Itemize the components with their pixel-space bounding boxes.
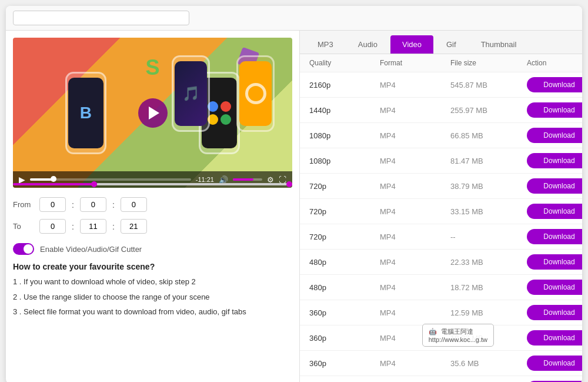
download-button[interactable]: Download [527,128,582,143]
to-hours[interactable] [39,219,66,234]
dot-green [220,114,231,125]
col-size: 22.33 MB [450,258,527,267]
table-row: 360pMP412.59 MBDownload [300,300,582,325]
table-row: 360pMP410.33 MBDownload [300,325,582,351]
from-minutes[interactable] [80,197,106,212]
col-quality: 360p [309,308,380,317]
download-button[interactable]: Download [527,229,582,244]
col-action: Download [527,128,582,143]
col-format: MP4 [380,81,450,89]
col-action: Download [527,254,582,270]
col-quality: 360p [309,334,380,343]
phone-4-wrapper [236,55,275,132]
phone-1: B [65,72,106,154]
tab-thumbnail[interactable]: Thumbnail [469,35,529,54]
col-size: 18.72 MB [450,283,527,292]
from-hours[interactable] [39,197,66,212]
download-button[interactable]: Download [527,178,582,194]
col-format: MP4 [380,207,450,216]
download-button[interactable]: Download [527,305,582,320]
how-to-step1: 1 . If you want to download whole of vid… [13,276,292,288]
col-action: Download [527,330,582,346]
dot-red [220,101,231,112]
col-quality: 480p [309,258,380,267]
url-input[interactable] [13,11,189,25]
left-panel: B [6,31,300,382]
timeline-bar[interactable] [13,183,292,185]
tab-gif[interactable]: Gif [435,35,468,54]
col-action: Download [527,153,582,168]
header-filesize: File size [450,59,527,67]
from-label: From [13,200,34,209]
col-format: MP4 [380,232,450,241]
tabs-row: MP3AudioVideoGifThumbnail [300,31,582,54]
table-row: 240pMP46.63 MBDownload [300,376,582,382]
progress-bar[interactable] [30,178,191,181]
toggle-row: Enable Video/Audio/Gif Cutter [13,243,292,255]
col-size: 66.85 MB [450,131,527,140]
progress-fill [30,178,54,181]
col-size: 81.47 MB [450,157,527,165]
toggle-label: Enable Video/Audio/Gif Cutter [40,245,142,254]
col-quality: 480p [309,283,380,292]
col-format: MP4 [380,334,450,343]
table-row: 720pMP438.79 MBDownload [300,174,582,199]
tab-mp3[interactable]: MP3 [306,35,345,54]
tab-audio[interactable]: Audio [346,35,389,54]
col-action: Download [527,356,582,371]
col-quality: 1080p [309,131,380,140]
download-button[interactable]: Download [527,77,582,92]
col-size: 255.97 MB [450,106,527,115]
table-row: 480pMP418.72 MBDownload [300,275,582,300]
to-minutes[interactable] [80,219,106,234]
col-format: MP4 [380,308,450,317]
col-size: 33.15 MB [450,207,527,216]
how-to-title: How to create your favourite scene? [13,262,292,271]
cutter-toggle[interactable] [13,243,34,255]
col-format: MP4 [380,182,450,191]
col-quality: 720p [309,207,380,216]
table-row: 360pMP435.6 MBDownload [300,351,582,376]
col-size: 545.87 MB [450,81,527,89]
from-row: From : : [13,197,292,212]
col-quality: 720p [309,232,380,241]
col-action: Download [527,178,582,194]
video-player: B [13,38,292,188]
to-seconds[interactable] [121,219,147,234]
play-button-center[interactable] [138,98,168,128]
phone-4 [236,55,275,132]
download-button[interactable]: Download [527,356,582,371]
phone-4-circle [245,83,266,104]
phone-3-wrapper: 🎵 [172,55,210,132]
how-to-step2: 2 . Use the range slider to choose the r… [13,291,292,303]
col-action: Download [527,77,582,92]
top-bar [6,6,582,31]
download-button[interactable]: Download [527,204,582,219]
s-letter: S [145,55,159,80]
download-button[interactable]: Download [527,330,582,346]
col-action: Download [527,102,582,118]
col-action: Download [527,280,582,295]
col-format: MP4 [380,157,450,165]
sep-2: : [112,200,115,210]
phone-3: 🎵 [172,55,210,132]
download-button[interactable]: Download [527,153,582,168]
tab-video[interactable]: Video [390,35,433,54]
col-size: 12.59 MB [450,308,527,317]
sep-3: : [72,222,74,231]
col-format: MP4 [380,283,450,292]
col-action: Download [527,229,582,244]
download-button[interactable]: Download [527,280,582,295]
table-row: 2160pMP4545.87 MBDownload [300,72,582,98]
download-button[interactable]: Download [527,102,582,118]
from-seconds[interactable] [121,197,147,212]
volume-bar[interactable] [233,178,262,181]
col-size: -- [450,232,527,241]
progress-thumb [51,176,56,182]
col-format: MP4 [380,131,450,140]
col-action: Download [527,204,582,219]
header-action: Action [527,59,573,67]
main-container: B [6,6,582,382]
download-button[interactable]: Download [527,254,582,270]
table-row: 720pMP433.15 MBDownload [300,199,582,224]
